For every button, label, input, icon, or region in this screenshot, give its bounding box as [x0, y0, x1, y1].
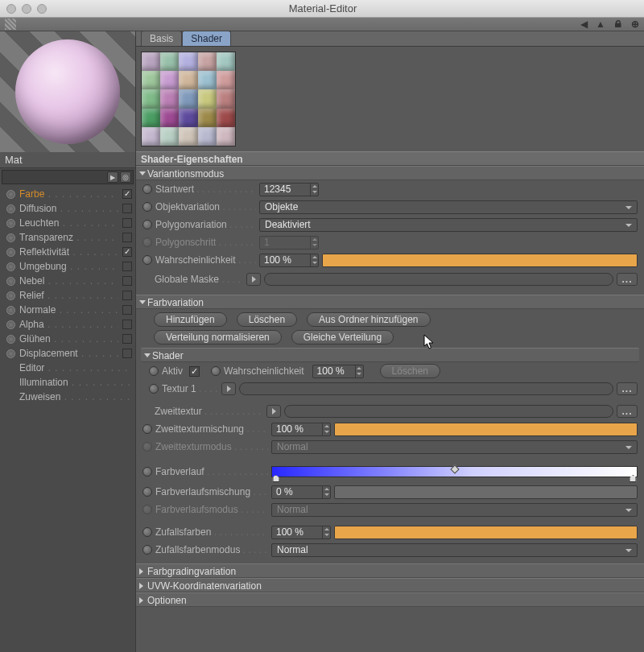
- channel-gluehen[interactable]: Glühen: [0, 332, 135, 346]
- channel-checkbox[interactable]: [122, 276, 132, 286]
- browse-button[interactable]: ...: [617, 405, 638, 418]
- group-optionen[interactable]: Optionen: [136, 592, 644, 607]
- tab-basis[interactable]: Basis: [141, 31, 182, 46]
- nav-back-icon[interactable]: ◀: [580, 19, 588, 30]
- field-zufallsfarben[interactable]: 100 %: [271, 526, 331, 539]
- field-zweittextur[interactable]: [284, 405, 613, 418]
- spinner[interactable]: [310, 184, 318, 196]
- channel-radio[interactable]: [6, 349, 15, 358]
- bar-farbverlaufsmischung[interactable]: [334, 485, 638, 499]
- channel-reflekt[interactable]: Reflektivität: [0, 245, 135, 259]
- bar-zufallsfarben[interactable]: [334, 526, 638, 539]
- param-anim-dot[interactable]: [142, 545, 152, 555]
- channel-checkbox[interactable]: [122, 189, 132, 199]
- param-anim-dot[interactable]: [149, 366, 159, 376]
- group-farbvariation[interactable]: Farbvariation: [136, 295, 644, 309]
- param-anim-dot[interactable]: [142, 255, 152, 265]
- channel-farbe[interactable]: Farbe: [0, 187, 135, 201]
- gradient-knot[interactable]: [450, 464, 459, 473]
- group-farbgradingvariation[interactable]: Farbgradingvariation: [136, 563, 644, 578]
- channel-transparenz[interactable]: Transparenz: [0, 230, 135, 245]
- channel-radio[interactable]: [6, 277, 15, 286]
- channel-radio[interactable]: [6, 291, 15, 300]
- field-farbverlaufsmischung[interactable]: 0 %: [271, 485, 331, 499]
- attribute-search[interactable]: ▶ ◎: [2, 170, 134, 184]
- channel-zuweisen[interactable]: Zuweisen: [0, 390, 135, 404]
- btn-aus-ordner[interactable]: Aus Ordner hinzufügen: [307, 312, 430, 327]
- channel-relief[interactable]: Relief: [0, 288, 135, 303]
- channel-checkbox[interactable]: [122, 262, 132, 271]
- channel-radio[interactable]: [6, 320, 15, 329]
- channel-checkbox[interactable]: [122, 349, 132, 358]
- field-wahrscheinlichkeit-shader[interactable]: 100 %: [312, 365, 364, 378]
- group-shader[interactable]: Shader: [141, 348, 639, 362]
- gradient-stop-right[interactable]: [630, 475, 637, 482]
- btn-hinzufuegen[interactable]: Hinzufügen: [154, 312, 227, 327]
- btn-verteilung-normalisieren[interactable]: Verteilung normalisieren: [154, 330, 282, 345]
- lock-icon[interactable]: 🔒︎: [613, 19, 623, 30]
- group-uvw-koordinatenvariation[interactable]: UVW-Koordinatenvariation: [136, 578, 644, 592]
- material-preview[interactable]: [0, 31, 135, 152]
- param-anim-dot[interactable]: [142, 527, 152, 537]
- channel-radio[interactable]: [6, 219, 15, 228]
- channel-checkbox[interactable]: [122, 291, 132, 300]
- field-textur1[interactable]: [239, 382, 613, 395]
- channel-checkbox[interactable]: [122, 218, 132, 228]
- bar-zweittexturmischung[interactable]: [334, 423, 638, 436]
- channel-checkbox[interactable]: [122, 320, 132, 329]
- drag-handle-icon[interactable]: [5, 19, 16, 30]
- browse-button[interactable]: ...: [617, 382, 638, 395]
- channel-umgebung[interactable]: Umgebung: [0, 259, 135, 274]
- group-variantionsmodus[interactable]: Variantionsmodus: [136, 166, 644, 180]
- channel-leuchten[interactable]: Leuchten: [0, 216, 135, 230]
- channel-illumination[interactable]: Illumination: [0, 375, 135, 390]
- channel-editor[interactable]: Editor: [0, 361, 135, 375]
- gradient-editor[interactable]: [271, 466, 638, 477]
- btn-loeschen[interactable]: Löschen: [237, 312, 297, 327]
- field-startwert[interactable]: 12345: [259, 183, 319, 196]
- channel-alpha[interactable]: Alpha: [0, 317, 135, 332]
- channel-radio[interactable]: [6, 190, 15, 199]
- channel-radio[interactable]: [6, 248, 15, 257]
- channel-checkbox[interactable]: [122, 233, 132, 242]
- field-zweittexturmischung[interactable]: 100 %: [271, 423, 331, 436]
- dropdown-objektvariation[interactable]: Objekte: [259, 200, 638, 214]
- channel-radio[interactable]: [6, 204, 15, 213]
- channel-normale[interactable]: Normale: [0, 303, 135, 317]
- dropdown-zufallsfarbenmodus[interactable]: Normal: [271, 543, 638, 557]
- channel-radio[interactable]: [6, 335, 15, 344]
- texture-menu-icon[interactable]: [221, 382, 236, 395]
- channel-checkbox[interactable]: [122, 247, 132, 257]
- play-icon[interactable]: ▶: [107, 171, 118, 183]
- shader-thumbnail[interactable]: [141, 52, 236, 146]
- channel-radio[interactable]: [6, 306, 15, 315]
- texture-menu-icon[interactable]: [246, 273, 261, 286]
- channel-nebel[interactable]: Nebel: [0, 274, 135, 288]
- texture-menu-icon[interactable]: [266, 405, 281, 418]
- new-tab-icon[interactable]: ⊕: [631, 19, 639, 30]
- param-anim-dot[interactable]: [149, 384, 159, 394]
- nav-up-icon[interactable]: ▲: [596, 19, 605, 30]
- channel-diffusion[interactable]: Diffusion: [0, 201, 135, 216]
- dropdown-polygonvariation[interactable]: Deaktiviert: [259, 218, 638, 232]
- param-anim-dot[interactable]: [142, 424, 152, 434]
- param-anim-dot[interactable]: [142, 220, 152, 229]
- checkbox-aktiv[interactable]: [189, 366, 200, 377]
- btn-gleiche-verteilung[interactable]: Gleiche Verteilung: [291, 330, 394, 345]
- field-globale-maske[interactable]: [264, 273, 613, 286]
- material-name[interactable]: Mat: [0, 152, 135, 168]
- param-anim-dot[interactable]: [142, 487, 152, 497]
- param-anim-dot[interactable]: [142, 467, 152, 477]
- field-wahrscheinlichkeit[interactable]: 100 %: [259, 254, 319, 267]
- gradient-stop-left[interactable]: [272, 475, 279, 482]
- bar-wahrscheinlichkeit[interactable]: [322, 254, 638, 267]
- target-icon[interactable]: ◎: [120, 171, 131, 183]
- param-anim-dot[interactable]: [142, 202, 152, 212]
- channel-radio[interactable]: [6, 233, 15, 242]
- channel-checkbox[interactable]: [122, 305, 132, 315]
- tab-shader[interactable]: Shader: [182, 31, 231, 46]
- channel-checkbox[interactable]: [122, 334, 132, 344]
- param-anim-dot[interactable]: [211, 366, 221, 376]
- channel-displacement[interactable]: Displacement: [0, 346, 135, 361]
- param-anim-dot[interactable]: [142, 184, 152, 194]
